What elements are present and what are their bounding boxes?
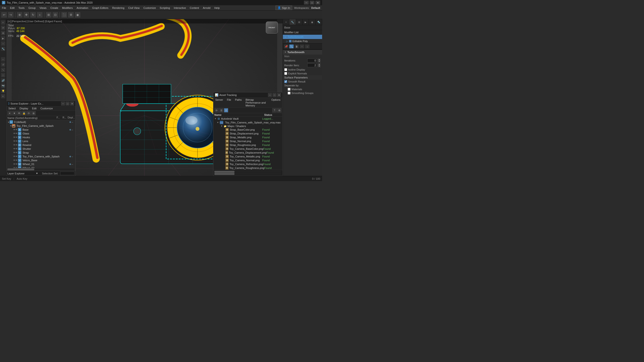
window-controls[interactable]: ─ □ ✕: [304, 1, 320, 4]
toolbar-rotate[interactable]: ↻: [30, 12, 36, 18]
sidebar-btn-hierarchy[interactable]: ⊞: [1, 31, 6, 35]
se-item-base[interactable]: 👁👁 B Base ❄ →: [6, 128, 76, 132]
menu-file[interactable]: File: [0, 5, 8, 10]
se-menu-select[interactable]: Select: [6, 106, 18, 110]
menu-interactive[interactable]: Interactive: [172, 5, 188, 10]
menu-edit[interactable]: Edit: [8, 5, 16, 10]
rp-tab-motion[interactable]: ▶: [302, 19, 309, 25]
se-menu-customize[interactable]: Customize: [38, 106, 55, 110]
rp-tab-modify[interactable]: 🔧: [289, 19, 296, 25]
sidebar-btn-link[interactable]: 🔗: [1, 78, 6, 83]
at-menu-options[interactable]: Options: [270, 98, 282, 107]
se-item-hooks[interactable]: 👁👁 H Hooks: [6, 135, 76, 139]
at-cam-metallic[interactable]: 🖼 Toy_Camera_Metallic.png Found: [216, 155, 282, 158]
se-selection-set-input[interactable]: [60, 172, 74, 175]
rp-delete-btn[interactable]: 🗑: [294, 44, 299, 48]
se-item-wheel01[interactable]: 👁👁 W Wheel_01 ❄ →: [6, 162, 76, 166]
iterations-input[interactable]: [307, 59, 317, 62]
at-strap-normal[interactable]: 🖼 Strap_Normal.png Found: [216, 139, 282, 143]
at-maps-header[interactable]: ▼ 📁 Maps / Shaders: [216, 124, 282, 128]
sidebar-btn-select[interactable]: □: [1, 73, 6, 77]
at-tb-help[interactable]: ?: [272, 108, 276, 112]
modifier-editable-poly[interactable]: ▷ Editable Poly: [283, 39, 322, 43]
sidebar-btn-light[interactable]: 💡: [1, 88, 6, 93]
sidebar-btn-align[interactable]: ≡: [1, 94, 6, 99]
rp-tab-display[interactable]: ◉: [309, 19, 316, 25]
at-maxfile-header[interactable]: ▼ max Toy_Film_Camera_with_Splash_max_vr…: [214, 121, 282, 124]
at-tb-settings[interactable]: ⚙: [277, 108, 282, 112]
toolbar-btn-2[interactable]: ↪: [8, 12, 14, 18]
at-cam-roughness[interactable]: 🖼 Toy_Camera_Roughness.png Found: [216, 166, 282, 170]
at-tb-grid[interactable]: ⊞: [224, 108, 228, 112]
at-cam-displacement[interactable]: 🖼 Toy_Camera_Displacement.png Found: [216, 151, 282, 155]
se-item-strap[interactable]: 👁👁 S Strap: [6, 151, 76, 155]
sidebar-btn-create[interactable]: +: [1, 20, 6, 25]
materials-checkbox[interactable]: [288, 88, 290, 91]
rp-down-btn[interactable]: ↓: [305, 44, 310, 48]
sign-in-button[interactable]: 👤 Sign In: [276, 5, 292, 10]
menu-animation[interactable]: Animation: [75, 5, 90, 10]
at-v-scrollbar[interactable]: [214, 173, 282, 175]
menu-civil-view[interactable]: Civil View: [126, 5, 141, 10]
rp-tab-create[interactable]: +: [283, 19, 289, 25]
sidebar-btn-modify[interactable]: ⟳: [1, 25, 6, 30]
isoline-display-checkbox[interactable]: [284, 68, 287, 71]
at-cam-refrection[interactable]: 🖼 Toy_Camera_Refrection.png Found: [216, 162, 282, 166]
se-item-default-layer[interactable]: ▼ L 0 (default) ❄ →: [6, 120, 76, 124]
render-iters-input[interactable]: [307, 63, 317, 67]
menu-graph-editors[interactable]: Graph Editors: [90, 5, 110, 10]
at-menu-server[interactable]: Server: [214, 98, 225, 107]
toolbar-select[interactable]: ⊕: [16, 12, 23, 18]
rp-up-btn[interactable]: ↑: [300, 44, 304, 48]
at-strap-basecolor[interactable]: 🖼 Strap_BaseColor.png Found: [216, 128, 282, 132]
render-iters-spinner[interactable]: ▲ ▼: [318, 63, 321, 67]
menu-arnold[interactable]: Arnold: [201, 5, 212, 10]
se-filter-icon[interactable]: ▼: [36, 172, 38, 175]
se-item-toy-camera[interactable]: 👁👁 T Toy_Film_Camera_with_Splash ❄ →: [6, 155, 76, 158]
menu-help[interactable]: Help: [212, 5, 222, 10]
sidebar-btn-rotate[interactable]: ↺: [1, 62, 6, 67]
se-item-shutter[interactable]: 👁👁 S Shutter: [6, 147, 76, 151]
toolbar-scale[interactable]: ⟡: [37, 12, 43, 18]
at-menu-paths[interactable]: Paths: [233, 98, 244, 107]
iterations-down[interactable]: ▼: [318, 60, 321, 62]
menu-scripting[interactable]: Scripting: [158, 5, 172, 10]
se-item-lens[interactable]: 👁👁 L Lens: [6, 139, 76, 143]
toolbar-move[interactable]: ✥: [23, 12, 30, 18]
se-item-rewind[interactable]: 👁👁 R Rewind: [6, 143, 76, 147]
maximize-button[interactable]: □: [310, 1, 314, 4]
menu-rendering[interactable]: Rendering: [110, 5, 126, 10]
turbosmooth-header[interactable]: ▼ TurboSmooth: [283, 50, 322, 54]
se-tb-show-all[interactable]: 👁: [17, 111, 21, 115]
rp-tab-utilities[interactable]: 🔩: [316, 19, 322, 25]
se-tb-filter[interactable]: ▼: [12, 111, 16, 115]
rp-modify-btn[interactable]: 🔧: [289, 44, 294, 48]
sidebar-btn-display[interactable]: ○: [1, 41, 6, 46]
menu-content[interactable]: Content: [188, 5, 201, 10]
minimize-button[interactable]: ─: [304, 1, 309, 4]
menu-create[interactable]: Create: [48, 5, 60, 10]
sidebar-btn-move[interactable]: ↔: [1, 57, 6, 62]
menu-customize[interactable]: Customize: [142, 5, 158, 10]
menu-views[interactable]: Views: [38, 5, 48, 10]
at-menu-file[interactable]: File: [225, 98, 233, 107]
se-item-glass[interactable]: 👁👁 G Glass: [6, 132, 76, 135]
at-menu-bitmap[interactable]: Bitmap Performance and Memory: [244, 98, 270, 107]
se-menu-edit[interactable]: Edit: [30, 106, 38, 110]
rp-tab-hierarchy[interactable]: ⊞: [296, 19, 302, 25]
at-h-scrollbar-thumb[interactable]: [214, 171, 234, 173]
smoothing-groups-checkbox[interactable]: [288, 92, 290, 94]
at-tb-list[interactable]: ☰: [219, 108, 224, 112]
se-tb-refresh[interactable]: ⟳: [26, 111, 31, 115]
iterations-spinner[interactable]: ▲ ▼: [318, 59, 321, 62]
smooth-result-checkbox[interactable]: [284, 80, 287, 83]
at-strap-roughness[interactable]: 🖼 Strap_Roughness.png Found: [216, 143, 282, 147]
navigation-cube[interactable]: FRONT: [266, 21, 280, 36]
at-cam-basecolor[interactable]: 🖼 Toy_Camera_BaseColor.png Found: [216, 147, 282, 151]
se-minimize-btn[interactable]: ─: [61, 102, 65, 105]
toolbar-material[interactable]: ◉: [74, 12, 81, 18]
at-v-scrollbar-thumb[interactable]: [214, 173, 234, 175]
toolbar-render-setup[interactable]: ⚙: [68, 12, 74, 18]
at-h-scrollbar[interactable]: [214, 171, 282, 173]
toolbar-ref-coord[interactable]: ⊞: [46, 12, 52, 18]
